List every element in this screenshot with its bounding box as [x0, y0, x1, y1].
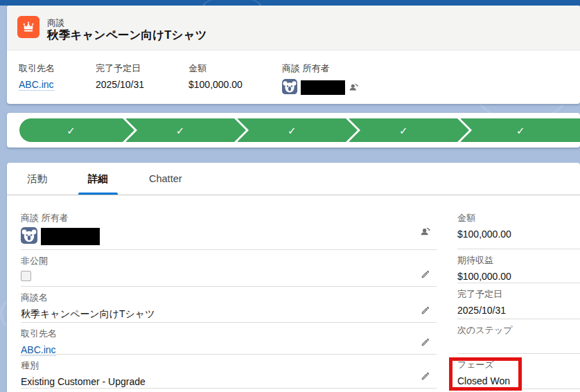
field-value: $100,000.00 [188, 79, 243, 90]
field-value: 秋季キャンペーン向けTシャツ [21, 308, 437, 321]
field-value: 2025/10/31 [457, 305, 580, 316]
field-row-stage: フェーズ Closed Won [457, 354, 580, 389]
path-stage-4-complete[interactable]: ✓ [349, 118, 457, 142]
tab-details[interactable]: 詳細 [84, 163, 112, 195]
path-stage-2-complete[interactable]: ✓ [126, 118, 234, 142]
detail-column-left: 商談 所有者 [21, 207, 437, 389]
field-label: 商談 所有者 [282, 62, 359, 75]
owner-name-redacted [41, 228, 100, 245]
record-header-top: 商談 秋季キャンペーン向けTシャツ [7, 6, 580, 51]
check-icon: ✓ [399, 125, 408, 136]
page-title: 秋季キャンペーン向けTシャツ [47, 28, 207, 43]
account-link[interactable]: ABC.inc [19, 79, 54, 91]
field-label: 種別 [21, 359, 437, 372]
field-value: 2025/10/31 [96, 79, 144, 90]
field-label: 商談名 [21, 292, 437, 304]
detail-column-right: 金額 $100,000.00 期待収益 $100,000.00 完了予定日 20… [457, 207, 580, 389]
owner-avatar-koala-icon [21, 227, 37, 246]
record-tabs: 活動 詳細 Chatter [7, 163, 580, 195]
path-stage-5-complete[interactable]: ✓ [461, 118, 580, 142]
tab-chatter[interactable]: Chatter [145, 163, 186, 195]
private-checkbox[interactable] [21, 271, 31, 281]
field-label: 完了予定日 [96, 62, 144, 75]
header-field-owner: 商談 所有者 [282, 62, 359, 96]
field-value: $100,000.00 [457, 271, 580, 282]
field-label: 商談 所有者 [21, 212, 437, 224]
field-row-owner: 商談 所有者 [21, 207, 437, 250]
edit-pencil-icon[interactable] [420, 337, 431, 348]
field-label: 期待収益 [457, 254, 580, 267]
edit-pencil-icon[interactable] [420, 371, 431, 382]
field-label: 次のステップ [457, 324, 580, 337]
opportunity-crown-icon [17, 16, 39, 38]
owner-avatar-koala-icon [282, 79, 297, 96]
field-label: 非公開 [21, 255, 437, 267]
record-detail-card: 活動 詳細 Chatter 商談 所有者 [7, 163, 580, 392]
change-owner-icon[interactable] [349, 82, 359, 94]
tab-activity[interactable]: 活動 [23, 163, 51, 195]
field-label: 完了予定日 [457, 288, 580, 301]
field-row-private: 非公開 [21, 250, 437, 287]
field-row-opportunity-name: 商談名 秋季キャンペーン向けTシャツ [21, 287, 437, 323]
owner-name-redacted [301, 80, 345, 95]
field-row-close-date: 完了予定日 2025/10/31 [457, 283, 580, 319]
check-icon: ✓ [516, 125, 525, 136]
check-icon: ✓ [288, 125, 297, 136]
field-label: 金額 [457, 212, 580, 224]
field-label: 取引先名 [21, 328, 437, 340]
edit-pencil-icon[interactable] [420, 305, 431, 316]
field-label: 取引先名 [19, 62, 55, 75]
field-label: 金額 [188, 62, 243, 75]
header-field-close-date: 完了予定日 2025/10/31 [96, 62, 144, 90]
field-value: Existing Customer - Upgrade [21, 376, 437, 387]
sales-path: ✓ ✓ ✓ ✓ ✓ [19, 118, 580, 142]
path-stage-1-complete[interactable]: ✓ [19, 118, 123, 142]
top-nav-strip [0, 0, 580, 6]
field-row-amount: 金額 $100,000.00 [457, 207, 580, 249]
edit-pencil-icon[interactable] [420, 269, 431, 280]
field-row-type: 種別 Existing Customer - Upgrade [21, 355, 437, 389]
field-value: $100,000.00 [457, 229, 580, 240]
check-icon: ✓ [67, 125, 76, 136]
field-row-expected-revenue: 期待収益 $100,000.00 [457, 249, 580, 283]
header-field-account: 取引先名 ABC.inc [19, 62, 55, 90]
field-label: フェーズ [457, 359, 580, 371]
sales-path-card: ✓ ✓ ✓ ✓ ✓ [7, 113, 580, 148]
path-stage-3-complete[interactable]: ✓ [238, 118, 346, 142]
record-header-card: 商談 秋季キャンペーン向けTシャツ 取引先名 ABC.inc 完了予定日 202… [7, 6, 580, 104]
field-row-next-step: 次のステップ [457, 319, 580, 354]
check-icon: ✓ [176, 125, 185, 136]
change-owner-icon[interactable] [420, 226, 431, 237]
field-row-account: 取引先名 ABC.inc [21, 323, 437, 355]
header-field-amount: 金額 $100,000.00 [188, 62, 243, 90]
field-value: Closed Won [457, 375, 580, 386]
salesforce-opportunity-page: 商談 秋季キャンペーン向けTシャツ 取引先名 ABC.inc 完了予定日 202… [0, 0, 580, 392]
